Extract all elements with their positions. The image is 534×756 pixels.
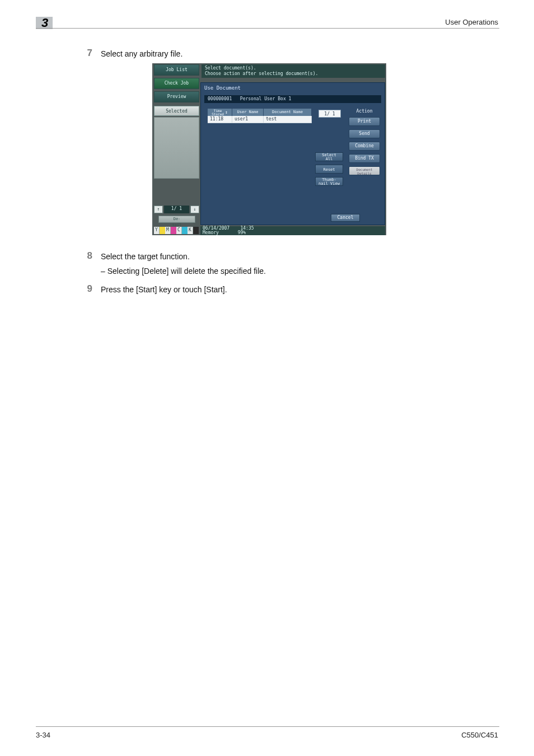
- footer-model: C550/C451: [461, 731, 498, 739]
- action-column: Action Print Send Combine Bind TX Docume…: [349, 109, 380, 179]
- reset-button[interactable]: Reset: [315, 165, 343, 174]
- detail-button[interactable]: De- tail: [158, 216, 195, 223]
- col-time-stored[interactable]: Time Stored↕: [208, 109, 232, 116]
- step-text-9: Press the [Start] key or touch [Start].: [101, 285, 227, 294]
- print-button[interactable]: Print: [349, 117, 380, 126]
- document-details-button[interactable]: Document Details: [349, 166, 380, 175]
- pager-indicator: 1/ 1: [164, 206, 189, 213]
- check-job-button[interactable]: Check Job: [154, 78, 199, 89]
- selected-documents-label: Selected Documents: [154, 106, 199, 116]
- step-number-8: 8: [76, 250, 92, 262]
- header-rule: [36, 28, 499, 29]
- info-strip: Select document(s). Choose action after …: [202, 64, 385, 78]
- cancel-button[interactable]: Cancel: [331, 214, 360, 222]
- info-line1: Select document(s).: [205, 66, 256, 71]
- toner-m-label: M: [165, 227, 171, 234]
- cell-doc: test: [264, 116, 312, 123]
- header-section-title: User Operations: [445, 18, 498, 26]
- combine-button[interactable]: Combine: [349, 142, 380, 151]
- main-title: Use Document: [204, 85, 241, 91]
- toner-m-bar: [171, 227, 176, 234]
- table-header: Time Stored↕ User Name Document Name: [208, 109, 312, 116]
- cell-user: user1: [232, 116, 264, 123]
- toner-y-label: Y: [154, 227, 160, 234]
- step-text-7: Select any arbitrary file.: [101, 49, 182, 58]
- toner-y-bar: [160, 227, 165, 234]
- select-all-button[interactable]: Select All: [315, 152, 343, 161]
- table-page-indicator: 1/ 1: [318, 110, 341, 118]
- device-screenshot: Job List Check Job Preview Selected Docu…: [152, 63, 386, 235]
- sort-icon[interactable]: ↕: [225, 109, 228, 116]
- sidebar-pager: ↑ 1/ 1 ↓: [154, 206, 199, 213]
- step-number-9: 9: [76, 283, 92, 295]
- bind-tx-button[interactable]: Bind TX: [349, 154, 380, 163]
- breadcrumb: 000000001 Personal User Box 1: [204, 95, 381, 103]
- status-memory-value: 99%: [238, 230, 246, 235]
- col-document-name[interactable]: Document Name: [264, 109, 312, 116]
- toner-c-label: C: [176, 227, 182, 234]
- toner-row: Y M C K: [154, 227, 199, 234]
- step-text-8: Select the target function.: [101, 252, 190, 261]
- toner-c-bar: [182, 227, 188, 234]
- step-number-7: 7: [76, 48, 92, 59]
- job-list-button[interactable]: Job List: [154, 64, 199, 76]
- pager-down-button[interactable]: ↓: [190, 206, 199, 213]
- table-row[interactable]: 11:18 user1 test: [208, 116, 312, 123]
- sidebar: Job List Check Job Preview Selected Docu…: [154, 64, 199, 179]
- footer-rule: [36, 726, 499, 727]
- status-strip: 06/14/2007 14:35 Memory 99%: [200, 226, 385, 235]
- selected-documents-area: [154, 117, 199, 179]
- status-memory-label: Memory: [203, 230, 219, 235]
- toner-k-bar: [193, 227, 199, 234]
- preview-button[interactable]: Preview: [154, 91, 199, 102]
- send-button[interactable]: Send: [349, 129, 380, 138]
- util-column: Select All Reset Thumb- nail View: [315, 152, 343, 189]
- action-label: Action: [349, 109, 380, 114]
- document-table: Time Stored↕ User Name Document Name 11:…: [208, 109, 312, 123]
- step-8-sub: – Selecting [Delete] will delete the spe…: [101, 267, 266, 276]
- main-panel: Use Document 000000001 Personal User Box…: [200, 82, 385, 225]
- toner-k-label: K: [188, 227, 193, 234]
- info-line2: Choose action after selecting document(s…: [205, 71, 318, 76]
- thumbnail-view-button[interactable]: Thumb- nail View: [315, 177, 343, 186]
- col-user-name[interactable]: User Name: [232, 109, 264, 116]
- crumb-name: Personal User Box 1: [240, 96, 292, 101]
- cell-time: 11:18: [208, 116, 232, 123]
- footer-page-number: 3-34: [36, 731, 50, 739]
- crumb-id: 000000001: [208, 96, 232, 101]
- pager-up-button[interactable]: ↑: [154, 206, 163, 213]
